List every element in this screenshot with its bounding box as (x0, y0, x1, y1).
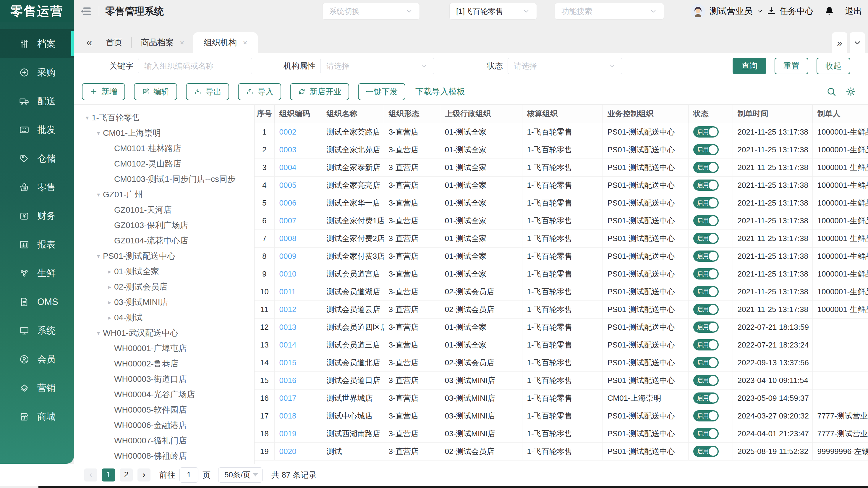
tree-node-GZ01-广州[interactable]: ▾GZ01-广州 (81, 187, 254, 202)
status-toggle[interactable]: 启用 (693, 180, 719, 191)
status-toggle[interactable]: 启用 (693, 339, 719, 350)
function-search-select[interactable]: 功能搜索 (555, 3, 664, 20)
close-icon[interactable]: × (180, 38, 184, 47)
sidebar-item-生鲜[interactable]: 生鲜 (0, 259, 74, 287)
org-code-link[interactable]: 0007 (279, 216, 297, 225)
status-toggle[interactable]: 启用 (693, 268, 719, 279)
reset-button[interactable]: 重置 (775, 58, 808, 74)
org-code-link[interactable]: 0009 (279, 252, 297, 261)
user-avatar[interactable] (691, 4, 705, 19)
caret-down-icon[interactable]: ▾ (83, 114, 92, 121)
tree-node-01-测试全家[interactable]: ▸01-测试全家 (81, 264, 254, 279)
sidebar-item-财务[interactable]: 财务 (0, 202, 74, 230)
page-button-1[interactable]: 1 (102, 468, 115, 482)
toolbar-button-编辑[interactable]: 编辑 (134, 83, 177, 100)
status-toggle[interactable]: 启用 (693, 375, 719, 386)
org-code-link[interactable]: 0002 (279, 127, 297, 136)
tree-node-GZ0104-流花中心店[interactable]: GZ0104-流花中心店 (81, 233, 254, 248)
sidebar-item-营销[interactable]: 营销 (0, 373, 74, 402)
tree-node-1-飞百轮零售[interactable]: ▾1-飞百轮零售 (81, 110, 254, 125)
org-code-link[interactable]: 0005 (279, 181, 297, 190)
org-code-link[interactable]: 0015 (279, 358, 297, 367)
toolbar-button-新增[interactable]: 新增 (82, 83, 125, 100)
tree-node-GZ0101-天河店[interactable]: GZ0101-天河店 (81, 202, 254, 218)
tree-node-WH00006-金融港店[interactable]: WH00006-金融港店 (81, 418, 254, 433)
status-toggle[interactable]: 启用 (693, 215, 719, 226)
download-template-link[interactable]: 下载导入模板 (415, 86, 465, 97)
org-code-link[interactable]: 0013 (279, 323, 297, 332)
org-code-link[interactable]: 0011 (279, 287, 296, 296)
org-code-link[interactable]: 0019 (279, 429, 297, 438)
task-center-button[interactable]: 任务中心 (766, 0, 814, 22)
tree-node-WH00005-软件园店[interactable]: WH00005-软件园店 (81, 402, 254, 418)
status-toggle[interactable]: 启用 (693, 144, 719, 155)
org-code-link[interactable]: 0008 (279, 234, 297, 243)
tree-node-02-测试会员店[interactable]: ▸02-测试会员店 (81, 279, 254, 295)
tab-组织机构[interactable]: 组织机构× (193, 32, 258, 53)
caret-right-icon[interactable]: ▸ (105, 314, 114, 321)
org-code-link[interactable]: 0017 (279, 394, 297, 402)
tab-商品档案[interactable]: 商品档案× (132, 32, 193, 53)
status-toggle[interactable]: 启用 (693, 410, 719, 422)
org-code-link[interactable]: 0012 (279, 305, 297, 314)
org-code-link[interactable]: 0020 (279, 447, 297, 456)
bell-icon[interactable] (824, 6, 835, 17)
tree-node-CM0101-桂林路店[interactable]: CM0101-桂林路店 (81, 141, 254, 156)
logout-button[interactable]: 退出 (845, 0, 862, 22)
status-toggle[interactable]: 启用 (693, 286, 719, 297)
tabs-scroll-left-icon[interactable]: « (82, 32, 97, 53)
search-button[interactable]: 查询 (733, 58, 766, 74)
status-toggle[interactable]: 启用 (693, 233, 719, 244)
status-toggle[interactable]: 启用 (693, 126, 719, 138)
org-attr-select[interactable]: 请选择 (320, 58, 434, 74)
page-size-select[interactable]: 50条/页 (218, 467, 262, 483)
sidebar-item-档案[interactable]: 档案 (0, 29, 74, 58)
tree-node-GZ0103-保利广场店[interactable]: GZ0103-保利广场店 (81, 218, 254, 233)
prev-page-button[interactable]: ‹ (84, 468, 97, 482)
toolbar-button-一键下发[interactable]: 一键下发 (358, 83, 405, 100)
org-code-link[interactable]: 0014 (279, 340, 297, 349)
tree-node-WH00004-光谷广场店[interactable]: WH00004-光谷广场店 (81, 387, 254, 402)
status-toggle[interactable]: 启用 (693, 446, 719, 457)
tree-node-WH00008-佛祖岭店[interactable]: WH00008-佛祖岭店 (81, 448, 254, 464)
collapse-menu-icon[interactable] (79, 5, 92, 18)
sidebar-item-零售[interactable]: 零售 (0, 173, 74, 202)
status-toggle[interactable]: 启用 (693, 197, 719, 209)
org-code-link[interactable]: 0010 (279, 269, 297, 278)
tree-node-WH00007-循礼门店[interactable]: WH00007-循礼门店 (81, 433, 254, 448)
tree-node-WH00001-广埠屯店[interactable]: WH00001-广埠屯店 (81, 341, 254, 356)
status-toggle[interactable]: 启用 (693, 250, 719, 262)
sidebar-item-仓储[interactable]: 仓储 (0, 144, 74, 173)
tab-首页[interactable]: 首页 (97, 32, 131, 53)
caret-down-icon[interactable]: ▾ (94, 129, 103, 136)
caret-down-icon[interactable]: ▾ (94, 330, 103, 337)
tree-node-WH00002-鲁巷店[interactable]: WH00002-鲁巷店 (81, 356, 254, 371)
status-toggle[interactable]: 启用 (693, 428, 719, 439)
status-toggle[interactable]: 启用 (693, 322, 719, 333)
status-toggle[interactable]: 启用 (693, 304, 719, 315)
system-switch-select[interactable]: 系统切换 (322, 3, 420, 20)
tree-node-CM01-上海崇明[interactable]: ▾CM01-上海崇明 (81, 125, 254, 141)
search-icon[interactable] (826, 86, 837, 97)
user-menu[interactable]: 测试营业员 (710, 0, 764, 22)
caret-right-icon[interactable]: ▸ (105, 299, 114, 306)
tree-node-WH00003-街道口店[interactable]: WH00003-街道口店 (81, 371, 254, 387)
status-toggle[interactable]: 启用 (693, 393, 719, 404)
toolbar-button-导入[interactable]: 导入 (238, 83, 281, 100)
tree-node-03-测试MINI店[interactable]: ▸03-测试MINI店 (81, 295, 254, 310)
caret-down-icon[interactable]: ▾ (94, 191, 103, 198)
sidebar-item-系统[interactable]: 系统 (0, 316, 74, 345)
page-button-2[interactable]: 2 (120, 468, 133, 482)
sidebar-item-配送[interactable]: 配送 (0, 87, 74, 115)
tabs-menu-icon[interactable] (850, 32, 865, 53)
org-code-link[interactable]: 0004 (279, 163, 297, 172)
close-icon[interactable]: × (243, 38, 247, 47)
gear-icon[interactable] (845, 86, 856, 97)
caret-down-icon[interactable]: ▾ (94, 252, 103, 260)
keyword-input[interactable] (144, 62, 246, 71)
tree-node-WH01-武汉配送中心[interactable]: ▾WH01-武汉配送中心 (81, 325, 254, 341)
status-select[interactable]: 请选择 (507, 58, 622, 74)
caret-right-icon[interactable]: ▸ (105, 268, 114, 275)
org-code-link[interactable]: 0016 (279, 376, 297, 385)
sidebar-item-商城[interactable]: 商城 (0, 402, 74, 431)
